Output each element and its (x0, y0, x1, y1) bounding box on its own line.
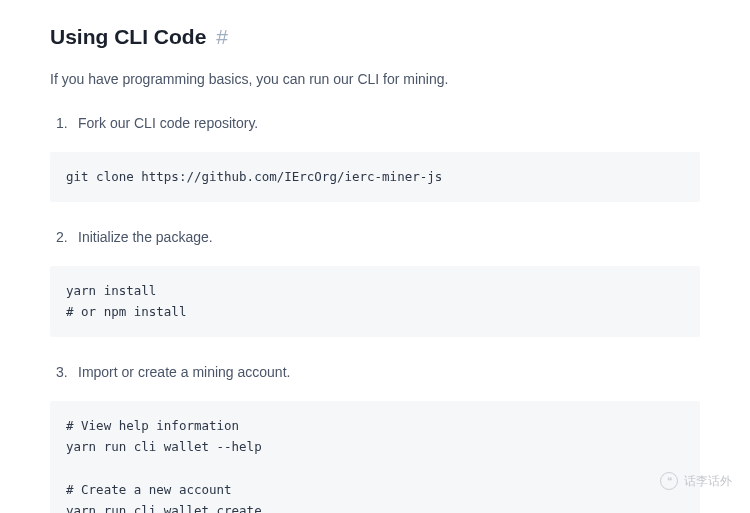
intro-text: If you have programming basics, you can … (50, 68, 700, 90)
heading-text: Using CLI Code (50, 25, 206, 48)
wechat-icon: ❝ (660, 472, 678, 490)
code-block: git clone https://github.com/IErcOrg/ier… (50, 152, 700, 201)
step-item: Import or create a mining account. (50, 361, 700, 383)
code-block: yarn install # or npm install (50, 266, 700, 337)
watermark-text: 话李话外 (684, 472, 732, 491)
watermark: ❝ 话李话外 (660, 472, 732, 491)
steps-list: Fork our CLI code repository. (50, 112, 700, 134)
section-heading: Using CLI Code # (50, 20, 700, 54)
step-item: Fork our CLI code repository. (50, 112, 700, 134)
steps-list: Import or create a mining account. (50, 361, 700, 383)
heading-anchor[interactable]: # (216, 25, 228, 48)
steps-list: Initialize the package. (50, 226, 700, 248)
step-item: Initialize the package. (50, 226, 700, 248)
code-block: # View help information yarn run cli wal… (50, 401, 700, 513)
